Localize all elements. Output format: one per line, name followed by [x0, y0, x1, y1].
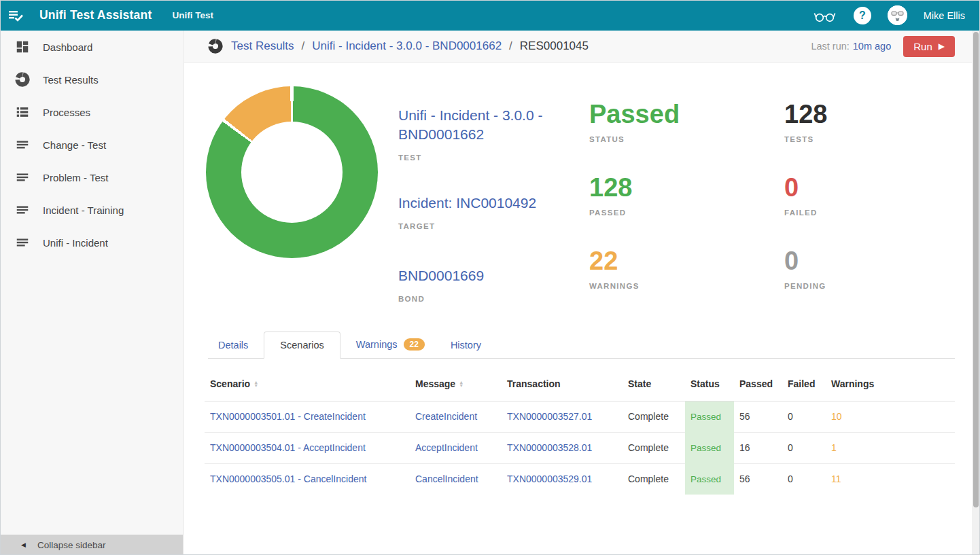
state-cell: Complete [623, 432, 685, 463]
sidebar-item-label: Dashboard [43, 41, 92, 53]
column-header-message[interactable]: Message ▲▼ [410, 367, 502, 401]
column-header-state: State [623, 367, 685, 401]
tab-bar: Details Scenarios Warnings 22 History [208, 331, 955, 359]
tab-history[interactable]: History [440, 332, 491, 358]
failed-cell: 0 [782, 463, 826, 495]
scenario-link[interactable]: TXN0000003501.01 - CreateIncident [210, 411, 366, 422]
tab-details[interactable]: Details [208, 332, 258, 358]
sidebar-item-dashboard[interactable]: Dashboard [0, 31, 183, 63]
transaction-link[interactable]: TXN0000003527.01 [507, 411, 592, 422]
column-header-transaction: Transaction [502, 367, 623, 401]
scrollbar-thumb[interactable] [973, 32, 979, 507]
column-header-passed: Passed [734, 367, 782, 401]
vertical-scrollbar[interactable] [972, 31, 980, 555]
column-header-failed: Failed [782, 367, 826, 401]
bond-link[interactable]: BND0001669 [398, 266, 576, 285]
sidebar-item-test-results[interactable]: Test Results [0, 63, 183, 96]
collapse-arrow-icon: ◀ [21, 541, 26, 548]
column-header-scenario[interactable]: Scenario ▲▼ [205, 367, 410, 401]
state-cell: Complete [623, 401, 685, 432]
scenario-link[interactable]: TXN0000003505.01 - CancelIncident [210, 473, 366, 484]
scenarios-table: Scenario ▲▼ Message ▲▼ Transaction State… [205, 367, 955, 495]
test-link[interactable]: Unifi - Incident - 3.0.0 - BND0001662 [398, 106, 576, 144]
topbar: Unifi Test Assistant Unifi Test ? Mike E… [0, 0, 980, 31]
stat-status-value: Passed [589, 100, 784, 128]
target-label: TARGET [398, 222, 576, 230]
stat-pending-value: 0 [784, 247, 979, 275]
status-cell: Passed [685, 432, 734, 463]
sidebar-item-problem-test[interactable]: Problem - Test [0, 161, 183, 194]
column-header-warnings: Warnings [826, 367, 955, 401]
failed-cell: 0 [782, 401, 826, 432]
sidebar-item-processes[interactable]: Processes [0, 96, 183, 128]
avatar[interactable] [888, 5, 907, 25]
table-row: TXN0000003501.01 - CreateIncident Create… [205, 401, 955, 432]
scenario-link[interactable]: TXN0000003504.01 - AcceptIncident [210, 442, 366, 453]
sidebar-item-label: Processes [43, 107, 90, 118]
sidebar-item-label: Unifi - Incident [43, 237, 108, 249]
main-content: Unifi - Incident - 3.0.0 - BND0001662 TE… [184, 62, 972, 554]
menu-lines-icon [15, 170, 30, 185]
breadcrumb-separator: / [502, 39, 520, 53]
transaction-link[interactable]: TXN0000003529.01 [507, 473, 592, 484]
stat-tests-value: 128 [784, 100, 979, 128]
test-label: TEST [398, 154, 576, 162]
breadcrumb-current: RES0001045 [520, 39, 589, 53]
table-header-row: Scenario ▲▼ Message ▲▼ Transaction State… [205, 367, 955, 401]
table-row: TXN0000003505.01 - CancelIncident Cancel… [205, 463, 955, 495]
status-cell: Passed [685, 463, 734, 495]
stat-pending: 0 PENDING [784, 247, 979, 290]
stat-passed: 128 PASSED [589, 173, 784, 217]
breadcrumb-link-test[interactable]: Unifi - Incident - 3.0.0 - BND0001662 [312, 39, 502, 53]
breadcrumb: Test Results / Unifi - Incident - 3.0.0 … [184, 31, 972, 62]
tab-warnings[interactable]: Warnings 22 [346, 331, 435, 358]
user-name[interactable]: Mike Ellis [924, 10, 965, 21]
warnings-cell: 1 [826, 432, 955, 463]
message-link[interactable]: AcceptIncident [415, 442, 478, 453]
transaction-link[interactable]: TXN0000003528.01 [507, 442, 592, 453]
donut-chart-icon [15, 72, 30, 87]
app-title: Unifi Test Assistant [39, 8, 152, 22]
stat-status: Passed STATUS [589, 100, 784, 143]
menu-icon[interactable] [0, 8, 31, 23]
state-cell: Complete [623, 463, 685, 495]
stat-warnings: 22 WARNINGS [589, 247, 784, 290]
warnings-badge: 22 [404, 338, 425, 351]
last-run-label: Last run: [811, 41, 849, 52]
breadcrumb-link-test-results[interactable]: Test Results [231, 39, 294, 53]
summary-test: Unifi - Incident - 3.0.0 - BND0001662 TE… [398, 106, 576, 162]
stat-pending-label: PENDING [784, 282, 979, 290]
sidebar-item-label: Test Results [43, 74, 99, 86]
message-link[interactable]: CancelIncident [415, 473, 478, 484]
warnings-cell: 11 [826, 463, 955, 495]
sidebar-item-incident-training[interactable]: Incident - Training [0, 194, 183, 226]
donut-hole [241, 122, 343, 223]
sort-icon: ▲▼ [253, 380, 258, 387]
sidebar: Dashboard Test Results Processes Change … [0, 31, 183, 555]
sidebar-item-unifi-incident[interactable]: Unifi - Incident [0, 226, 183, 259]
stat-failed-value: 0 [784, 173, 979, 202]
tab-scenarios[interactable]: Scenarios [264, 332, 340, 359]
stat-tests-label: TESTS [784, 135, 979, 143]
message-link[interactable]: CreateIncident [415, 411, 477, 422]
stat-failed: 0 FAILED [784, 173, 979, 217]
run-button-label: Run [913, 41, 932, 52]
stats-grid: Passed STATUS 128 TESTS 128 PASSED 0 FAI… [589, 100, 979, 290]
warnings-cell: 10 [826, 401, 955, 432]
run-button[interactable]: Run ▶ [903, 36, 955, 57]
collapse-sidebar-button[interactable]: ◀ Collapse sidebar [0, 535, 183, 555]
last-run-value[interactable]: 10m ago [853, 41, 891, 52]
stat-warnings-value: 22 [589, 247, 784, 275]
stat-warnings-label: WARNINGS [589, 282, 784, 290]
target-link[interactable]: Incident: INC0010492 [398, 194, 576, 213]
menu-lines-icon [15, 235, 30, 250]
sidebar-item-change-test[interactable]: Change - Test [0, 128, 183, 161]
collapse-sidebar-label: Collapse sidebar [37, 540, 106, 550]
glasses-icon[interactable] [812, 8, 837, 23]
status-cell: Passed [685, 401, 734, 432]
summary-bond: BND0001669 BOND [398, 266, 576, 303]
failed-cell: 0 [782, 432, 826, 463]
help-icon[interactable]: ? [854, 7, 871, 24]
menu-lines-icon [15, 202, 30, 217]
stat-tests: 128 TESTS [784, 100, 979, 143]
